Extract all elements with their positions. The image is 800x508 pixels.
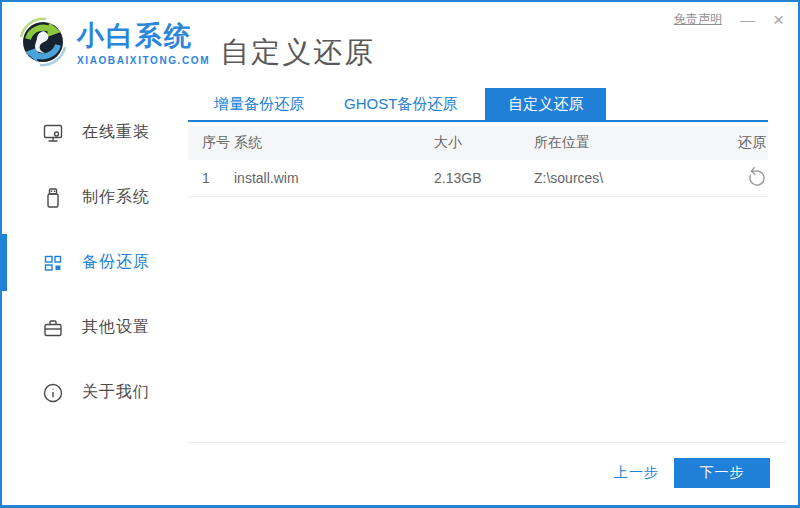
backup-table: 序号 系统 大小 所在位置 还原 1 install.wim 2.13GB Z:… — [188, 126, 768, 197]
sidebar-item-about-us[interactable]: 关于我们 — [2, 360, 188, 425]
sidebar: 在线重装 制作系统 备份还原 其他设置 — [2, 88, 188, 502]
next-step-button[interactable]: 下一步 — [674, 458, 770, 488]
sidebar-item-label: 关于我们 — [82, 382, 150, 403]
cell-no: 1 — [202, 170, 234, 186]
refresh-globe-logo-icon — [16, 15, 70, 69]
footer-bar: 上一步 下一步 — [188, 442, 786, 502]
tab-ghost-backup-restore[interactable]: GHOST备份还原 — [332, 88, 469, 120]
sidebar-item-other-settings[interactable]: 其他设置 — [2, 295, 188, 360]
table-header-row: 序号 系统 大小 所在位置 还原 — [188, 126, 768, 160]
cell-system: install.wim — [234, 170, 434, 186]
sidebar-item-make-system[interactable]: 制作系统 — [2, 165, 188, 230]
sidebar-item-label: 备份还原 — [82, 252, 150, 273]
col-header-system: 系统 — [234, 134, 434, 152]
close-icon[interactable]: × — [773, 10, 784, 29]
minimize-icon[interactable]: — — [740, 12, 755, 27]
sidebar-item-backup-restore[interactable]: 备份还原 — [2, 230, 188, 295]
col-header-no: 序号 — [202, 134, 234, 152]
tab-custom-restore[interactable]: 自定义还原 — [485, 88, 606, 120]
toolbox-icon — [42, 317, 64, 339]
titlebar-controls: 免责声明 — × — [674, 10, 784, 29]
backup-grid-icon — [42, 252, 64, 274]
usb-drive-icon — [42, 187, 64, 209]
cell-location: Z:\sources\ — [534, 170, 714, 186]
sidebar-item-online-reinstall[interactable]: 在线重装 — [2, 100, 188, 165]
sidebar-item-label: 制作系统 — [82, 187, 150, 208]
table-row[interactable]: 1 install.wim 2.13GB Z:\sources\ — [188, 160, 768, 197]
tab-incremental-backup-restore[interactable]: 增量备份还原 — [202, 88, 316, 120]
restore-icon — [746, 167, 768, 189]
main-content: 增量备份还原 GHOST备份还原 自定义还原 序号 系统 大小 所在位置 还原 … — [188, 88, 798, 502]
app-window: 免责声明 — × 小白系统 XIAOBAIXITONG.COM 自定义还原 — [0, 0, 800, 508]
info-icon — [42, 382, 64, 404]
disclaimer-link[interactable]: 免责声明 — [674, 11, 722, 28]
col-header-location: 所在位置 — [534, 134, 714, 152]
col-header-restore: 还原 — [714, 134, 768, 152]
col-header-size: 大小 — [434, 134, 534, 152]
brand-name: 小白系统 — [77, 22, 210, 52]
sidebar-item-label: 其他设置 — [82, 317, 150, 338]
monitor-icon — [42, 122, 64, 144]
previous-step-button[interactable]: 上一步 — [614, 464, 659, 482]
brand-domain: XIAOBAIXITONG.COM — [77, 55, 210, 66]
restore-row-button[interactable] — [714, 167, 768, 189]
brand-logo: 小白系统 XIAOBAIXITONG.COM — [16, 15, 210, 69]
page-title: 自定义还原 — [220, 33, 375, 73]
brand-text: 小白系统 XIAOBAIXITONG.COM — [77, 22, 210, 69]
sidebar-item-label: 在线重装 — [82, 122, 150, 143]
cell-size: 2.13GB — [434, 170, 534, 186]
tab-bar: 增量备份还原 GHOST备份还原 自定义还原 — [188, 88, 768, 122]
